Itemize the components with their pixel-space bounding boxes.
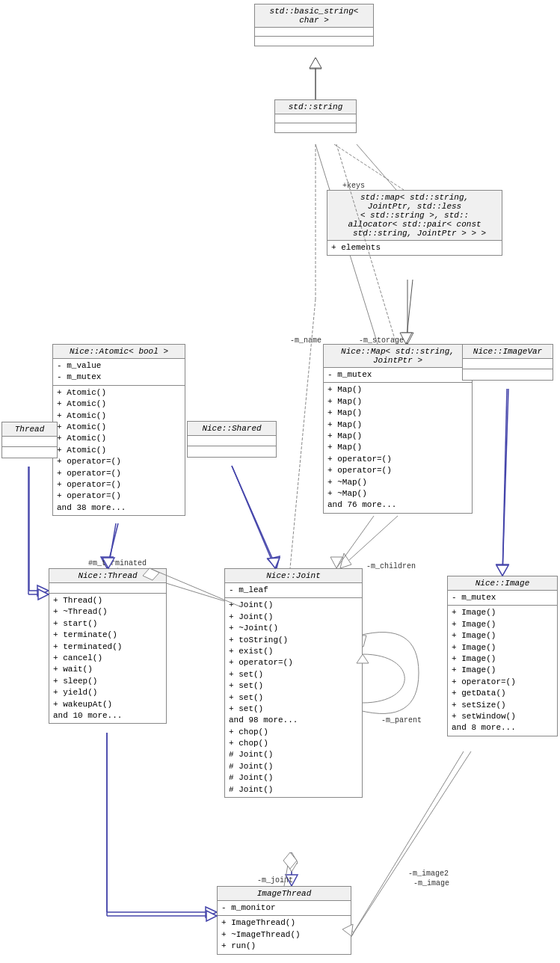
nice-map-m7: + operator=() <box>327 454 468 465</box>
svg-line-46 <box>232 466 275 568</box>
box-nice-joint-s1: - m_leaf <box>225 583 362 598</box>
image-m4: + Image() <box>452 642 553 653</box>
image-m1: + Image() <box>452 607 553 618</box>
atomic-m3: + Atomic() <box>57 410 181 422</box>
atomic-attr-2: - m_mutex <box>57 372 181 383</box>
imgthread-m3: + run() <box>221 941 347 952</box>
box-nice-joint-title: Nice::Joint <box>225 569 362 583</box>
nice-map-m4: + Map() <box>327 419 468 431</box>
image-m11: and 8 more... <box>452 722 553 733</box>
box-std-map-s1: + elements <box>327 241 502 255</box>
box-nice-image: Nice::Image - m_mutex + Image() + Image(… <box>447 576 558 736</box>
box-nice-map-s1: - m_mutex <box>324 368 472 383</box>
atomic-m5: + Atomic() <box>57 433 181 444</box>
joint-m10: + set() <box>229 704 358 715</box>
atomic-m10: + operator=() <box>57 490 181 502</box>
nice-map-m1: + Map() <box>327 384 468 396</box>
svg-line-25 <box>348 751 464 942</box>
joint-m6: + operator=() <box>229 657 358 668</box>
box-nice-shared: Nice::Shared <box>187 421 277 458</box>
box-nice-imagevar-s1 <box>463 359 553 369</box>
joint-m14: # Joint() <box>229 749 358 760</box>
image-m10: + setWindow() <box>452 711 553 722</box>
imgthread-attr-1: - m_monitor <box>221 902 347 914</box>
box-nice-map: Nice::Map< std::string,JointPtr > - m_mu… <box>323 344 473 514</box>
box-nice-image-s1: - m_mutex <box>448 591 557 606</box>
nthread-m7: + wait() <box>53 664 162 675</box>
atomic-m2: + Atomic() <box>57 399 181 410</box>
svg-marker-14 <box>268 556 280 568</box>
box-nice-atomic-s1: - m_value - m_mutex <box>53 359 185 386</box>
nice-map-m5: + Map() <box>327 431 468 442</box>
box-std-string: std::string <box>274 99 357 133</box>
box-nice-image-s2: + Image() + Image() + Image() + Image() … <box>448 606 557 735</box>
box-nice-atomic: Nice::Atomic< bool > - m_value - m_mutex… <box>52 344 185 516</box>
atomic-m6: + Atomic() <box>57 445 181 456</box>
joint-m15: # Joint() <box>229 761 358 772</box>
svg-line-39 <box>336 516 374 568</box>
joint-m11: and 98 more... <box>229 715 358 726</box>
image-m9: + setSize() <box>452 700 553 711</box>
box-nice-map-s2: + Map() + Map() + Map() + Map() + Map() … <box>324 383 472 512</box>
box-thread-title: Thread <box>2 422 57 437</box>
image-m2: + Image() <box>452 619 553 630</box>
svg-marker-21 <box>286 852 298 864</box>
box-std-map-title: std::map< std::string,JointPtr, std::les… <box>327 191 502 241</box>
image-m8: + getData() <box>452 688 553 699</box>
box-nice-joint-s2: + Joint() + Joint() + ~Joint() + toStrin… <box>225 598 362 797</box>
box-nice-thread-s1 <box>49 583 166 594</box>
atomic-attr-1: - m_value <box>57 360 181 372</box>
label-m-parent: -m_parent <box>381 716 422 724</box>
box-thread-s1 <box>2 437 57 447</box>
joint-m4: + toString() <box>229 635 358 646</box>
joint-m16: # Joint() <box>229 772 358 784</box>
joint-m7: + set() <box>229 669 358 680</box>
box-nice-thread-title: Nice::Thread <box>49 569 166 583</box>
box-std-string-title: std::string <box>275 100 356 114</box>
nthread-m5: + terminated() <box>53 642 162 653</box>
box-nice-shared-title: Nice::Shared <box>188 422 276 436</box>
box-std-string-s2 <box>275 123 356 132</box>
joint-m17: # Joint() <box>229 784 358 796</box>
box-nice-map-title: Nice::Map< std::string,JointPtr > <box>324 345 472 368</box>
box-std-map: std::map< std::string,JointPtr, std::les… <box>327 190 502 256</box>
box-nice-imagevar-s2 <box>463 369 553 380</box>
box-nice-joint: Nice::Joint - m_leaf + Joint() + Joint()… <box>224 568 363 798</box>
svg-marker-57 <box>206 911 217 921</box>
imgthread-m1: + ImageThread() <box>221 917 347 929</box>
box-nice-atomic-title: Nice::Atomic< bool > <box>53 345 185 359</box>
box-basic-string: std::basic_string< char > <box>254 4 374 46</box>
svg-line-48 <box>502 389 507 576</box>
box-basic-string-s1 <box>255 28 373 37</box>
svg-line-13 <box>232 466 277 568</box>
nthread-m9: + yield() <box>53 687 162 698</box>
label-m-joint: -m_joint <box>257 876 293 884</box>
label-m-children: -m_children <box>366 562 416 570</box>
atomic-m1: + Atomic() <box>57 387 181 399</box>
svg-marker-54 <box>283 852 297 869</box>
box-thread: Thread <box>1 422 58 458</box>
atomic-m7: + operator=() <box>57 456 181 467</box>
atomic-m4: + Atomic() <box>57 422 181 433</box>
imgthread-m2: + ~ImageThread() <box>221 929 347 941</box>
nice-map-attr-1: - m_mutex <box>327 369 468 381</box>
joint-m5: + exist() <box>229 646 358 657</box>
svg-marker-7 <box>340 553 351 568</box>
image-m3: + Image() <box>452 630 553 642</box>
box-nice-atomic-s2: + Atomic() + Atomic() + Atomic() + Atomi… <box>53 386 185 515</box>
box-nice-shared-s1 <box>188 436 276 446</box>
image-m6: + Image() <box>452 665 553 676</box>
nice-map-m8: + operator=() <box>327 465 468 476</box>
svg-marker-45 <box>38 589 49 600</box>
box-imagethread-title: ImageThread <box>218 887 351 901</box>
joint-attr-1: - m_leaf <box>229 585 358 596</box>
svg-marker-24 <box>206 907 217 917</box>
atomic-m9: + operator=() <box>57 479 181 490</box>
box-nice-imagevar-title: Nice::ImageVar <box>463 345 553 359</box>
joint-m13: + chop() <box>229 738 358 749</box>
box-nice-imagevar: Nice::ImageVar <box>462 344 553 381</box>
nice-map-m10: + ~Map() <box>327 488 468 499</box>
diagram-container: std::basic_string< char > std::string st… <box>0 0 560 963</box>
svg-marker-1 <box>310 58 321 69</box>
svg-marker-49 <box>496 565 508 576</box>
